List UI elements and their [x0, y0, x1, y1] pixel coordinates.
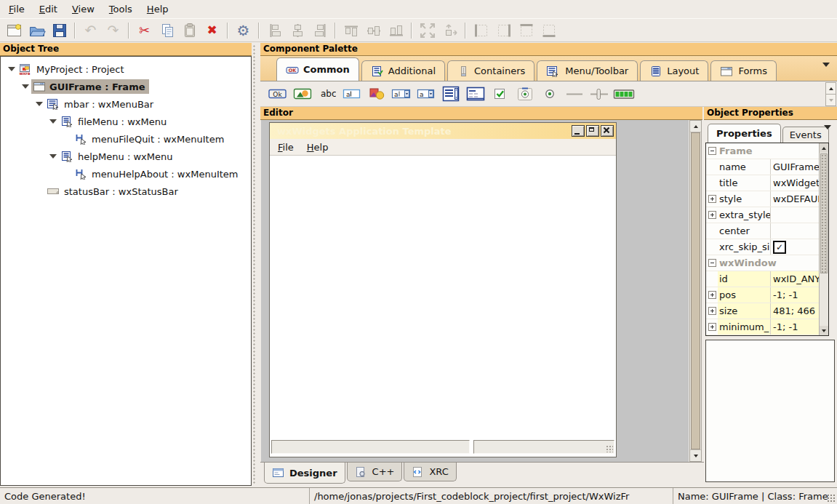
border-bottom-button[interactable] — [537, 20, 560, 40]
property-value-minimum[interactable]: -1; -1 — [770, 319, 819, 335]
property-value-center[interactable] — [770, 223, 819, 239]
expand-button[interactable] — [416, 20, 438, 40]
menu-file[interactable]: File — [1, 1, 32, 17]
undo-button[interactable]: ↶ — [79, 20, 102, 40]
list-box-tool[interactable] — [439, 83, 462, 105]
choice-tool[interactable]: a — [415, 83, 438, 105]
property-value-pos[interactable]: -1; -1 — [770, 287, 819, 303]
check-box-tool[interactable] — [489, 83, 512, 105]
save-project-button[interactable] — [48, 20, 71, 40]
cut-button[interactable]: ✂ — [133, 20, 156, 40]
property-value-style[interactable]: wxDEFAULT — [770, 191, 819, 207]
checkbox[interactable]: ✓ — [773, 241, 786, 254]
tree-expander[interactable] — [47, 154, 59, 159]
static-line-tool[interactable] — [563, 83, 586, 105]
minimize-button[interactable] — [572, 125, 585, 137]
preview-menu-file[interactable]: File — [271, 140, 300, 154]
tree-item-helpmenu-wxmenu[interactable]: helpMenu : wxMenu — [1, 148, 251, 165]
border-top-button[interactable] — [515, 20, 537, 40]
slider-tool[interactable] — [588, 83, 611, 105]
properties-tab-events[interactable]: Events — [782, 127, 829, 143]
scroll-up-button[interactable] — [820, 143, 828, 153]
redo-button[interactable]: ↷ — [102, 20, 124, 40]
palette-tab-layout[interactable]: Layout — [640, 60, 708, 81]
property-value-extra-style[interactable] — [770, 207, 819, 223]
copy-button[interactable] — [156, 20, 178, 40]
radio-box-tool[interactable] — [513, 83, 537, 105]
preview-window[interactable]: wxWidgets Application Template FileHelp — [269, 122, 617, 457]
properties-tab-properties[interactable]: Properties — [708, 124, 781, 143]
new-project-button[interactable] — [3, 20, 25, 40]
align-left-button[interactable] — [263, 20, 286, 40]
scrollbar-thumb[interactable] — [820, 153, 828, 273]
bitmap-button-tool[interactable] — [291, 83, 314, 105]
editor-vertical-scrollbar[interactable] — [689, 120, 702, 462]
gauge-tool[interactable] — [612, 83, 636, 105]
scroll-down-button[interactable] — [690, 449, 701, 461]
property-value-xrc-skip-si[interactable]: ✓ — [770, 239, 819, 255]
expand-icon[interactable] — [708, 211, 716, 219]
resize-grip[interactable] — [827, 494, 836, 503]
property-value-size[interactable]: 481; 466 — [770, 303, 819, 319]
align-center-vertical-button[interactable] — [362, 20, 385, 40]
tree-item-filemenu-wxmenu[interactable]: fileMenu : wxMenu — [1, 113, 251, 130]
generate-code-button[interactable]: ⚙ — [232, 20, 255, 40]
paste-button[interactable] — [178, 20, 201, 40]
preview-client-area[interactable] — [270, 156, 616, 438]
menu-edit[interactable]: Edit — [32, 1, 65, 17]
editor-tab-c[interactable]: C++ — [347, 463, 403, 481]
static-text-tool[interactable]: abc — [316, 83, 339, 105]
open-project-button[interactable] — [25, 20, 48, 40]
palette-tab-containers[interactable]: Containers — [447, 60, 534, 81]
scroll-down-button[interactable] — [820, 326, 828, 335]
button-tool[interactable]: Ok — [266, 83, 289, 105]
palette-tab-common[interactable]: OKCommon — [276, 57, 359, 81]
editor-tab-xrc[interactable]: XRC — [404, 463, 456, 481]
border-right-button[interactable] — [492, 20, 515, 40]
align-right-button[interactable] — [308, 20, 331, 40]
stretch-button[interactable] — [438, 20, 461, 40]
tree-expander[interactable] — [19, 84, 31, 89]
align-center-horizontal-button[interactable] — [286, 20, 308, 40]
close-button[interactable] — [601, 125, 614, 137]
border-left-button[interactable] — [470, 20, 492, 40]
splitter-sash[interactable] — [252, 43, 260, 486]
property-value-title[interactable]: wxWidgets — [770, 175, 819, 191]
tree-item-menuhelpabout-wxmenuitem[interactable]: menuHelpAbout : wxMenuItem — [1, 165, 251, 183]
combo-box-tool[interactable]: a — [390, 83, 413, 105]
static-bitmap-tool[interactable] — [365, 83, 388, 105]
palette-tab-menu-toolbar[interactable]: Menu/Toolbar — [537, 60, 638, 81]
property-category-wxwindow[interactable]: wxWindow — [706, 255, 819, 271]
palette-tab-additional[interactable]: Additional — [361, 60, 445, 81]
property-category-frame[interactable]: Frame — [706, 143, 819, 159]
expand-icon[interactable] — [708, 307, 716, 315]
tree-item-guiframe-frame[interactable]: GUIFrame : Frame — [1, 78, 251, 95]
tree-expander[interactable] — [47, 119, 59, 124]
radio-button-tool[interactable] — [538, 83, 561, 105]
scrollbar-thumb[interactable] — [691, 132, 700, 449]
scroll-up-button[interactable] — [690, 121, 701, 132]
tree-item-mbar-wxmenubar[interactable]: mbar : wxMenuBar — [1, 95, 251, 113]
menu-help[interactable]: Help — [140, 1, 176, 17]
menu-tools[interactable]: Tools — [102, 1, 140, 17]
delete-button[interactable]: ✖ — [201, 20, 223, 40]
tab-overflow-arrow[interactable] — [822, 67, 830, 78]
palette-scroll-down-button[interactable] — [825, 95, 836, 106]
tree-item-statusbar-wxstatusbar[interactable]: statusBar : wxStatusBar — [1, 183, 251, 200]
property-value-name[interactable]: GUIFrame — [770, 159, 819, 175]
tree-item-myproject-project[interactable]: WXFBMyProject : Project — [1, 60, 251, 78]
expand-icon[interactable] — [708, 323, 716, 331]
align-bottom-button[interactable] — [385, 20, 407, 40]
palette-tab-forms[interactable]: Forms — [710, 60, 777, 81]
expand-icon[interactable] — [708, 291, 716, 299]
list-ctrl-tool[interactable] — [464, 83, 487, 105]
menu-view[interactable]: View — [65, 1, 102, 17]
tree-expander[interactable] — [33, 102, 45, 106]
text-ctrl-tool[interactable]: a — [340, 83, 364, 105]
palette-scroll-up-button[interactable] — [825, 82, 836, 95]
property-value-id[interactable]: wxID_ANY — [770, 271, 819, 287]
align-top-button[interactable] — [340, 20, 362, 40]
expand-icon[interactable] — [708, 195, 716, 203]
maximize-button[interactable] — [586, 125, 599, 137]
preview-menu-help[interactable]: Help — [300, 140, 335, 154]
